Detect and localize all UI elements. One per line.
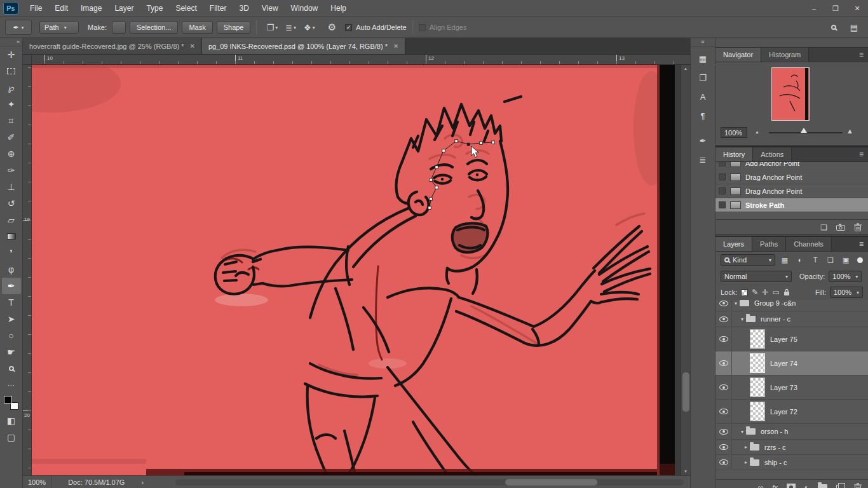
camera-snapshot-icon[interactable] [836,224,845,231]
lasso-tool[interactable]: ℘ [2,79,21,96]
history-source-well[interactable] [719,162,726,166]
close-icon[interactable]: ✕ [393,43,398,50]
visibility-toggle[interactable] [715,440,732,454]
restore-icon[interactable]: ❐ [825,0,846,17]
menu-help[interactable]: Help [324,0,353,17]
filter-shape-layers-icon[interactable]: ❑ [825,255,836,265]
document-tab-active[interactable]: pg_09 INKS-Recovered.psd @ 100% (Layer 7… [202,38,405,54]
layer-row-selected[interactable]: Layer 74 [715,351,868,376]
selection-button[interactable]: Selection... [130,21,178,34]
navigator-preview[interactable] [771,67,810,121]
lock-all-icon[interactable] [783,288,790,296]
pen-tool[interactable]: ✒ [2,278,21,294]
minimize-icon[interactable]: – [803,0,825,17]
color-swatches[interactable] [4,396,19,410]
layer-thumbnail[interactable] [750,402,765,421]
path-arrangement-icon[interactable]: ❖▾ [300,23,319,32]
visibility-toggle[interactable] [715,311,732,327]
layer-thumbnail[interactable] [750,353,765,373]
menu-filter[interactable]: Filter [203,0,233,17]
layer-group-row[interactable]: ▾ Group 9 -c&n [715,300,868,311]
layer-group-row[interactable]: ▾ runner - c [715,311,868,327]
add-mask-icon[interactable] [787,484,796,488]
layer-group-row[interactable]: ▾ orson - h [715,424,868,440]
layer-group-row[interactable]: ▸ rzrs - c [715,440,868,455]
vertical-scrollbar[interactable]: ▴ ▾ [681,65,690,475]
blur-tool[interactable]: ❜ [2,245,21,261]
gear-icon[interactable]: ⚙ [324,22,340,33]
layer-comps-panel-icon[interactable]: ≣ [695,152,711,167]
adjustments-panel-icon[interactable]: ▦ [695,51,711,66]
trash-icon[interactable] [854,223,862,231]
chevron-right-icon[interactable]: ▸ [742,444,750,450]
filter-pixel-layers-icon[interactable]: ▦ [779,255,790,265]
scroll-down-icon[interactable]: ▾ [684,468,687,475]
panel-menu-icon[interactable]: ≡ [859,150,864,159]
checkbox-checked-icon[interactable]: ✓ [345,24,352,31]
new-layer-icon[interactable] [838,483,845,488]
filter-toggle-icon[interactable] [857,257,863,263]
menu-edit[interactable]: Edit [48,0,74,17]
horizontal-scrollbar[interactable] [175,479,684,485]
screen-mode-button[interactable]: ▢ [2,429,21,445]
zoom-tool[interactable] [2,360,21,377]
lock-image-icon[interactable]: ✎ [752,288,758,297]
chevron-down-icon[interactable]: ▾ [738,316,746,322]
history-source-well[interactable] [719,201,726,208]
collapse-toolbar-button[interactable]: » [0,38,22,46]
history-step[interactable]: Drag Anchor Point [715,170,868,184]
chevron-down-icon[interactable]: ▾ [738,429,746,435]
workspace-panel-icon[interactable]: ▤ [850,23,858,32]
layer-style-fx-icon[interactable]: fx [772,484,778,488]
visibility-toggle[interactable] [715,424,732,439]
filter-smart-objects-icon[interactable]: ▣ [840,255,851,265]
new-group-icon[interactable] [818,484,827,488]
eraser-tool[interactable]: ▱ [2,212,21,228]
history-brush-tool[interactable]: ↺ [2,195,21,212]
spot-healing-brush-tool[interactable]: ⊕ [2,146,21,162]
blend-mode-select[interactable]: Normal▾ [721,271,792,282]
layer-filter-kind-select[interactable]: Kind ▾ [721,254,775,266]
tab-actions[interactable]: Actions [753,147,792,161]
zoom-out-icon[interactable]: ▲ [755,130,759,134]
tab-histogram[interactable]: Histogram [761,48,809,62]
lock-artboard-icon[interactable]: ▭ [772,288,779,297]
fill-field[interactable]: 100%▾ [830,287,863,298]
visibility-toggle[interactable] [715,400,732,423]
layer-row[interactable]: Layer 75 [715,327,868,351]
zoom-level-field[interactable]: 100% [23,476,51,488]
tab-paths[interactable]: Paths [752,237,786,251]
type-tool[interactable]: T [2,294,21,311]
expand-panels-button[interactable]: « [691,38,715,47]
dodge-tool[interactable]: φ [2,261,21,278]
panel-menu-icon[interactable]: ≡ [859,50,864,59]
hand-tool[interactable]: ☛ [2,344,21,360]
crop-tool[interactable]: ⌗ [2,112,21,129]
menu-layer[interactable]: Layer [108,0,140,17]
tool-preset-picker[interactable]: ✒▾ [5,20,32,35]
menu-window[interactable]: Window [285,0,325,17]
layer-group-row[interactable]: ▸ ship - c [715,455,868,470]
path-selection-tool[interactable]: ➤ [2,311,21,327]
visibility-toggle[interactable] [715,300,732,311]
panel-menu-icon[interactable]: ≡ [859,240,864,248]
tab-navigator[interactable]: Navigator [715,48,761,62]
adjustment-layer-icon[interactable]: ◐ [804,483,809,488]
history-step[interactable]: Add Anchor Point [715,162,868,170]
layer-row[interactable]: Layer 73 [715,376,868,400]
edit-toolbar-button[interactable]: ⋯ [2,377,21,393]
scrollbar-thumb[interactable] [682,372,689,412]
canvas[interactable] [32,65,675,475]
menu-select[interactable]: Select [169,0,203,17]
history-step-selected[interactable]: Stroke Path [715,198,868,212]
layer-thumbnail[interactable] [750,329,765,349]
close-icon[interactable]: ✕ [190,43,195,50]
layer-thumbnail[interactable] [750,377,765,397]
clone-stamp-tool[interactable]: ⊥ [2,179,21,195]
lock-position-icon[interactable]: ✛ [762,288,768,297]
chevron-down-icon[interactable]: ▾ [732,301,740,306]
move-tool[interactable]: ✛ [2,46,21,63]
opacity-field[interactable]: 100%▾ [829,271,862,282]
path-operations-icon[interactable]: ❐▾ [262,23,281,32]
t ab-layers[interactable]: Layers [715,237,752,251]
